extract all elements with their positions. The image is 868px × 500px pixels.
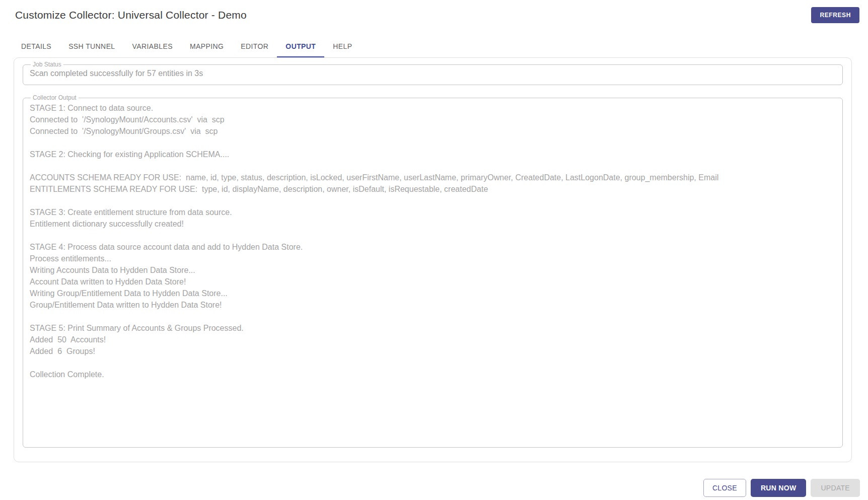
collector-output-label: Collector Output bbox=[31, 94, 79, 101]
close-button[interactable]: CLOSE bbox=[703, 479, 746, 497]
update-button[interactable]: UPDATE bbox=[811, 479, 860, 497]
output-panel: Job Status Scan completed successfully f… bbox=[14, 57, 852, 462]
page-title: Customize Collector: Universal Collector… bbox=[15, 7, 247, 23]
tab-mapping[interactable]: MAPPING bbox=[181, 37, 232, 57]
job-status-label: Job Status bbox=[31, 61, 63, 68]
footer-actions: CLOSE RUN NOW UPDATE bbox=[0, 479, 860, 497]
job-status-field[interactable]: Job Status Scan completed successfully f… bbox=[23, 61, 843, 85]
collector-output-text[interactable]: STAGE 1: Connect to data source. Connect… bbox=[30, 101, 836, 440]
tab-details[interactable]: DETAILS bbox=[13, 37, 60, 57]
tab-editor[interactable]: EDITOR bbox=[232, 37, 277, 57]
header: Customize Collector: Universal Collector… bbox=[0, 0, 868, 23]
tab-variables[interactable]: VARIABLES bbox=[124, 37, 181, 57]
tab-help[interactable]: HELP bbox=[324, 37, 360, 57]
tab-output[interactable]: OUTPUT bbox=[277, 37, 324, 57]
collector-output-field[interactable]: Collector Output STAGE 1: Connect to dat… bbox=[23, 94, 843, 448]
run-now-button[interactable]: RUN NOW bbox=[751, 479, 807, 497]
job-status-value: Scan completed successfully for 57 entit… bbox=[30, 68, 836, 83]
refresh-button[interactable]: REFRESH bbox=[811, 7, 859, 23]
tab-bar: DETAILS SSH TUNNEL VARIABLES MAPPING EDI… bbox=[13, 37, 868, 57]
tab-ssh-tunnel[interactable]: SSH TUNNEL bbox=[60, 37, 123, 57]
